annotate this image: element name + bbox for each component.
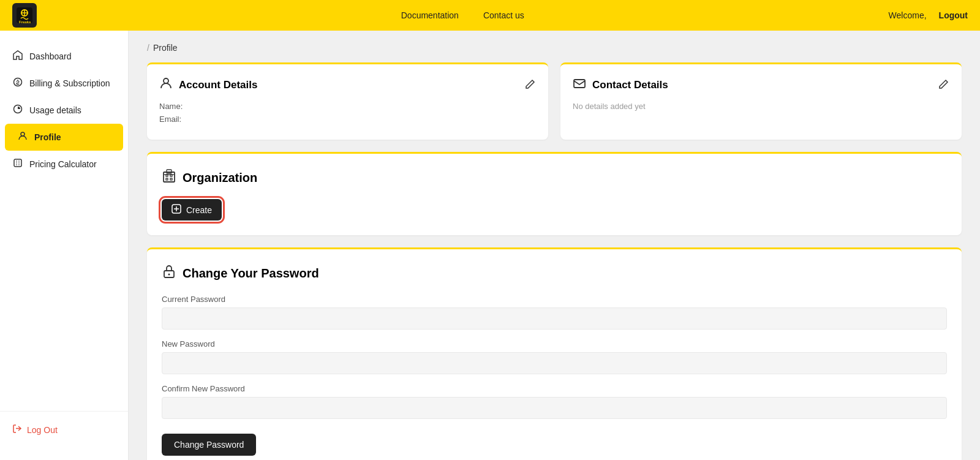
person-icon [17, 131, 28, 143]
organization-building-icon [162, 168, 176, 187]
organization-title-text: Organization [183, 171, 257, 185]
account-details-title-text: Account Details [179, 79, 257, 91]
change-password-button-label: Change Password [174, 440, 244, 450]
current-password-group: Current Password [162, 295, 947, 330]
new-password-group: New Password [162, 339, 947, 374]
home-icon [12, 50, 23, 62]
sidebar-item-pricing-label: Pricing Calculator [29, 159, 97, 169]
account-email-field: Email: [159, 115, 536, 124]
contact-details-card: Contact Details No details added yet [560, 62, 962, 140]
logout-button[interactable]: Logout [939, 10, 968, 20]
create-button-label: Create [186, 205, 212, 215]
welcome-text: Welcome, [889, 10, 927, 20]
calc-icon [12, 158, 23, 170]
sidebar-item-profile[interactable]: Profile [5, 124, 123, 151]
account-details-edit-icon[interactable] [525, 78, 536, 92]
nav-right: Welcome, Logout [889, 10, 968, 20]
confirm-password-input[interactable] [162, 397, 947, 419]
sidebar-item-usage[interactable]: Usage details [0, 97, 128, 124]
change-password-button[interactable]: Change Password [162, 434, 256, 456]
change-password-title-text: Change Your Password [183, 266, 319, 281]
current-password-input[interactable] [162, 307, 947, 330]
contact-email-icon [573, 77, 586, 93]
usage-icon [12, 104, 23, 116]
account-details-title: Account Details [159, 77, 257, 93]
change-password-section: Change Your Password Current Password Ne… [147, 247, 962, 460]
new-password-label: New Password [162, 339, 947, 349]
contact-details-title-text: Contact Details [592, 79, 668, 91]
current-password-label: Current Password [162, 295, 947, 304]
account-name-field: Name: [159, 102, 536, 111]
svg-point-28 [168, 274, 170, 276]
svg-rect-8 [14, 159, 21, 167]
account-details-card: Account Details Name: Email: [147, 62, 548, 140]
contact-details-header: Contact Details [573, 77, 949, 93]
details-cards-row: Account Details Name: Email: [147, 62, 962, 140]
change-password-header: Change Your Password [162, 264, 947, 282]
svg-rect-17 [574, 80, 585, 88]
new-password-input[interactable] [162, 352, 947, 374]
create-organization-button[interactable]: Create [162, 199, 222, 221]
create-plus-icon [172, 204, 181, 216]
sidebar: Dashboard Billing & Subscription [0, 31, 129, 460]
main-content: / Profile Account Details [129, 31, 980, 460]
sidebar-item-profile-label: Profile [34, 132, 61, 142]
contact-us-link[interactable]: Contact us [483, 10, 524, 20]
contact-details-edit-icon[interactable] [938, 78, 949, 92]
logout-icon [12, 424, 22, 435]
top-navigation: Freaks Documentation Contact us Welcome,… [0, 0, 980, 31]
sidebar-logout-label: Log Out [27, 425, 58, 435]
contact-details-title: Contact Details [573, 77, 668, 93]
sidebar-item-dashboard[interactable]: Dashboard [0, 43, 128, 70]
sidebar-item-billing[interactable]: Billing & Subscription [0, 70, 128, 97]
contact-no-details-text: No details added yet [573, 102, 949, 111]
logo[interactable]: Freaks [12, 3, 37, 28]
account-person-icon [159, 77, 173, 93]
breadcrumb-current: Profile [153, 43, 178, 53]
sidebar-item-dashboard-label: Dashboard [29, 51, 72, 61]
documentation-link[interactable]: Documentation [401, 10, 459, 20]
svg-rect-22 [170, 178, 172, 180]
svg-point-16 [164, 78, 168, 83]
nav-center-links: Documentation Contact us [37, 10, 889, 20]
page-layout: Dashboard Billing & Subscription [0, 31, 980, 460]
confirm-password-group: Confirm New Password [162, 384, 947, 419]
svg-rect-23 [167, 170, 172, 173]
organization-section: Organization Create [147, 152, 962, 235]
sidebar-nav: Dashboard Billing & Subscription [0, 43, 128, 411]
account-email-label: Email: [159, 115, 181, 124]
sidebar-item-usage-label: Usage details [29, 105, 81, 115]
breadcrumb: / Profile [147, 43, 962, 53]
sidebar-item-pricing[interactable]: Pricing Calculator [0, 151, 128, 178]
lock-icon [162, 264, 176, 282]
svg-point-7 [21, 132, 24, 136]
account-name-label: Name: [159, 102, 183, 111]
sidebar-logout[interactable]: Log Out [12, 424, 116, 435]
account-details-header: Account Details [159, 77, 536, 93]
svg-rect-21 [166, 178, 168, 180]
svg-text:Freaks: Freaks [19, 20, 31, 24]
logo-icon: Freaks [12, 3, 37, 28]
confirm-password-label: Confirm New Password [162, 384, 947, 393]
billing-icon [12, 77, 23, 89]
breadcrumb-separator: / [147, 43, 149, 53]
sidebar-item-billing-label: Billing & Subscription [29, 78, 110, 88]
organization-header: Organization [162, 168, 947, 187]
sidebar-footer: Log Out [0, 411, 128, 448]
